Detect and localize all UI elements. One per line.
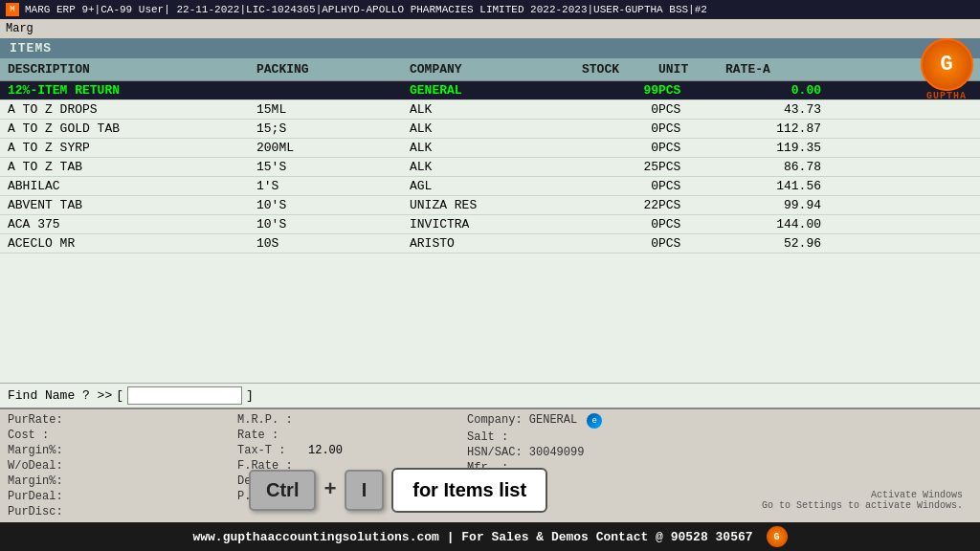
company-info-row: Company: GENERAL e: [467, 413, 972, 429]
cost-row: Cost :: [8, 429, 237, 442]
row-packing: 10'S: [256, 198, 410, 212]
col-packing: PACKING: [256, 62, 410, 77]
shortcut-overlay: Ctrl + I for Items list: [249, 468, 547, 513]
col-description: DESCRIPTION: [8, 62, 256, 77]
row-company: AGL: [410, 179, 582, 193]
table-row[interactable]: 12%-ITEM RETURN GENERAL 99 PCS 0.00: [0, 81, 980, 100]
col-unit: UNIT: [658, 62, 725, 77]
row-rate: 141.56: [725, 179, 821, 193]
row-company: ALK: [410, 121, 582, 136]
row-stock: 0: [582, 141, 658, 155]
row-company: ARISTO: [410, 236, 582, 251]
menu-item-marg[interactable]: Marg: [6, 22, 33, 35]
margin1-row: Margin%:: [8, 444, 237, 457]
row-unit: PCS: [658, 198, 725, 212]
i-key: I: [345, 470, 385, 511]
row-packing: 15ML: [256, 102, 410, 117]
row-company: ALK: [410, 141, 582, 155]
col-rate: RATE-A: [725, 62, 821, 77]
row-packing: 1'S: [256, 179, 410, 193]
footer-logo: G: [767, 526, 788, 547]
row-unit: PCS: [658, 179, 725, 193]
row-unit: PCS: [658, 217, 725, 231]
row-packing: 200ML: [256, 141, 410, 155]
title-bar: M MARG ERP 9+|CA-99 User| 22-11-2022|LIC…: [0, 0, 980, 19]
row-description: ACECLO MR: [8, 236, 256, 251]
row-rate: 112.87: [725, 121, 821, 136]
table-row[interactable]: A TO Z TAB 15'S ALK 25 PCS 86.78: [0, 158, 980, 177]
row-description: A TO Z TAB: [8, 160, 256, 174]
row-unit: PCS: [658, 83, 725, 98]
row-packing: [256, 83, 410, 98]
find-name-row: Find Name ? >> [ ]: [0, 383, 980, 408]
find-name-label: Find Name ? >>: [8, 388, 112, 403]
row-company: ALK: [410, 160, 582, 174]
row-packing: 10S: [256, 236, 410, 251]
activate-windows-notice: Activate Windows Go to Settings to activ…: [762, 490, 963, 511]
row-stock: 0: [582, 217, 658, 231]
row-packing: 10'S: [256, 217, 410, 231]
row-unit: PCS: [658, 102, 725, 117]
menu-bar[interactable]: Marg: [0, 19, 980, 38]
row-description: ABHILAC: [8, 179, 256, 193]
footer-bar: www.gupthaaccountingsolutions.com | For …: [0, 522, 980, 551]
plus-sign: +: [323, 478, 336, 502]
row-stock: 25: [582, 160, 658, 174]
taxt-row: Tax-T : 12.00: [237, 444, 467, 457]
row-description: A TO Z DROPS: [8, 102, 256, 117]
table-row[interactable]: ABHILAC 1'S AGL 0 PCS 141.56: [0, 177, 980, 196]
row-unit: PCS: [658, 236, 725, 251]
logo-label: GUPTHA: [913, 91, 980, 101]
row-company: ALK: [410, 102, 582, 117]
logo-circle: G: [921, 38, 973, 91]
row-rate: 99.94: [725, 198, 821, 212]
row-description: ABVENT TAB: [8, 198, 256, 212]
bottom-panel: PurRate: Cost : Margin%: W/oDeal: Margin…: [0, 408, 980, 522]
col-stock: STOCK: [582, 62, 658, 77]
row-rate: 144.00: [725, 217, 821, 231]
internet-explorer-icon: e: [587, 413, 602, 429]
app-icon: M: [6, 3, 19, 16]
mrp-row: M.R.P. :: [237, 413, 467, 427]
row-description: 12%-ITEM RETURN: [8, 83, 256, 98]
table-row[interactable]: ABVENT TAB 10'S UNIZA RES 22 PCS 99.94: [0, 196, 980, 215]
main-window: ITEMS DESCRIPTION PACKING COMPANY STOCK …: [0, 38, 980, 522]
hsn-row: HSN/SAC: 30049099: [467, 446, 972, 459]
row-rate: 119.35: [725, 141, 821, 155]
table-row[interactable]: A TO Z GOLD TAB 15;S ALK 0 PCS 112.87: [0, 120, 980, 139]
wodeal-row: W/oDeal:: [8, 459, 237, 473]
row-rate: 52.96: [725, 236, 821, 251]
purrate-row: PurRate:: [8, 413, 237, 427]
row-stock: 0: [582, 179, 658, 193]
row-rate: 0.00: [725, 83, 821, 98]
items-table: 12%-ITEM RETURN GENERAL 99 PCS 0.00 A TO…: [0, 81, 980, 383]
row-description: A TO Z SYRP: [8, 141, 256, 155]
row-description: A TO Z GOLD TAB: [8, 121, 256, 136]
table-row[interactable]: ACA 375 10'S INVICTRA 0 PCS 144.00: [0, 215, 980, 234]
row-stock: 0: [582, 102, 658, 117]
row-company: INVICTRA: [410, 217, 582, 231]
table-row[interactable]: ACECLO MR 10S ARISTO 0 PCS 52.96: [0, 234, 980, 253]
row-packing: 15'S: [256, 160, 410, 174]
row-company: GENERAL: [410, 83, 582, 98]
row-unit: PCS: [658, 160, 725, 174]
row-unit: PCS: [658, 141, 725, 155]
table-row[interactable]: A TO Z DROPS 15ML ALK 0 PCS 43.73: [0, 100, 980, 120]
rate-row: Rate :: [237, 429, 467, 442]
row-company: UNIZA RES: [410, 198, 582, 212]
col-company: COMPANY: [410, 62, 582, 77]
info-col-1: PurRate: Cost : Margin%: W/oDeal: Margin…: [8, 413, 237, 518]
shortcut-tooltip: for Items list: [391, 468, 547, 513]
guptha-logo: G GUPTHA: [913, 38, 980, 101]
row-stock: 0: [582, 121, 658, 136]
find-name-input[interactable]: [127, 386, 242, 405]
table-row[interactable]: A TO Z SYRP 200ML ALK 0 PCS 119.35: [0, 139, 980, 158]
row-rate: 43.73: [725, 102, 821, 117]
row-stock: 22: [582, 198, 658, 212]
purdisc-row: PurDisc:: [8, 505, 237, 518]
salt-row: Salt :: [467, 430, 972, 444]
row-description: ACA 375: [8, 217, 256, 231]
table-header: DESCRIPTION PACKING COMPANY STOCK UNIT R…: [0, 58, 980, 81]
margin2-row: Margin%:: [8, 474, 237, 488]
row-packing: 15;S: [256, 121, 410, 136]
